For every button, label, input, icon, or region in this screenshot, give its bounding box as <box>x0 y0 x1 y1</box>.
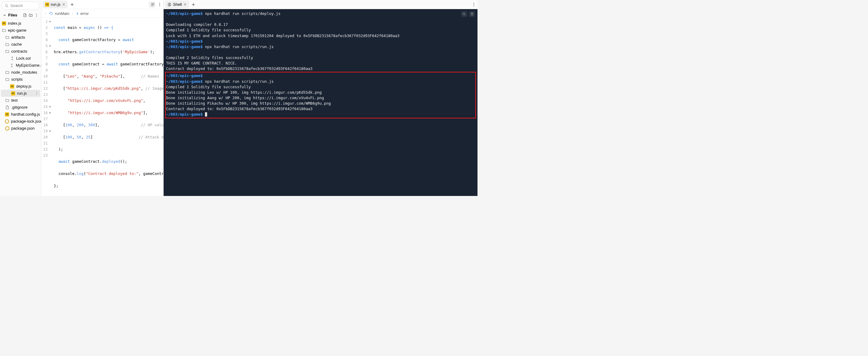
terminal-tab-bar: Shell <box>164 0 477 9</box>
tree-item-label: deploy.js <box>16 84 31 89</box>
folder-icon <box>5 35 9 39</box>
file-icon <box>5 105 9 110</box>
svg-point-21 <box>159 5 160 6</box>
tree-item-run-js[interactable]: JSrun.js <box>1 90 40 97</box>
json-icon <box>5 126 9 130</box>
tree-item-label: hardhat.config.js <box>11 112 40 117</box>
tree-item-package-lock-json[interactable]: package-lock.json <box>0 118 41 125</box>
svg-point-7 <box>36 14 37 15</box>
tree-item-package-json[interactable]: package.json <box>0 125 41 132</box>
editor-tab-runjs[interactable]: JS run.js <box>42 1 68 8</box>
tree-item-artifacts[interactable]: artifacts <box>0 34 41 41</box>
tree-item-deploy-js[interactable]: JSdeploy.js <box>0 83 41 90</box>
folder-icon <box>5 70 9 75</box>
tree-item-label: index.js <box>8 21 21 26</box>
terminal-tab-shell[interactable]: Shell <box>165 1 189 8</box>
breadcrumb-var: error <box>80 11 89 16</box>
terminal-highlight: ~/003/epic-game$ ~/003/epic-game$ npx ha… <box>165 72 476 118</box>
tree-item-label: contracts <box>11 49 27 54</box>
svg-line-30 <box>465 14 465 15</box>
word-wrap-button[interactable] <box>149 2 155 8</box>
wrap-icon <box>151 2 155 7</box>
new-folder-icon[interactable] <box>29 13 33 17</box>
tree-item-label: .gitignore <box>11 105 27 110</box>
cursor <box>205 112 207 117</box>
editor-panel: JS run.js runMain 𝑥 error 1▼2345▼6789101… <box>41 0 164 196</box>
folder-icon <box>5 49 9 54</box>
js-icon: JS <box>2 21 6 26</box>
fold-icon[interactable]: ▼ <box>49 111 51 115</box>
fold-icon[interactable]: ▼ <box>49 105 51 109</box>
json-icon <box>5 119 9 123</box>
svg-point-8 <box>36 16 37 17</box>
close-icon[interactable] <box>62 3 65 6</box>
svg-point-11 <box>36 94 37 95</box>
tab-label: run.js <box>51 2 61 7</box>
shell-icon <box>167 2 172 7</box>
svg-line-1 <box>7 6 8 7</box>
new-tab-icon[interactable] <box>70 2 74 7</box>
tree-item-label: run.js <box>17 91 27 95</box>
tree-item-node_modules[interactable]: node_modules <box>0 69 41 76</box>
breadcrumb-fn: runMain <box>55 11 69 16</box>
tree-item-Lock-sol[interactable]: Lock.sol <box>0 55 41 62</box>
variable-icon: 𝑥 <box>76 11 78 16</box>
fold-icon[interactable]: ▼ <box>49 129 51 133</box>
chevron-right-icon <box>71 11 74 16</box>
fold-icon[interactable]: ▼ <box>49 20 51 24</box>
svg-point-29 <box>463 13 465 15</box>
search-input[interactable]: Search <box>2 2 39 10</box>
chevron-down-icon <box>2 13 7 17</box>
solidity-icon <box>10 56 14 61</box>
tree-item-label: package.json <box>11 126 35 130</box>
tree-item-label: cache <box>11 42 22 47</box>
tree-item-MyEpicGame-sol[interactable]: MyEpicGame.sol <box>0 62 41 69</box>
tree-item-cache[interactable]: cache <box>0 41 41 48</box>
new-tab-icon[interactable] <box>191 2 195 7</box>
breadcrumb[interactable]: runMain 𝑥 error <box>41 9 163 18</box>
file-tree: JSindex.jsepic-gameartifactscachecontrac… <box>0 19 41 132</box>
folder-icon <box>5 42 9 47</box>
tree-item-label: node_modules <box>11 70 37 75</box>
terminal-actions <box>461 11 475 17</box>
fold-icon[interactable]: ▼ <box>49 44 51 48</box>
folder-icon <box>2 28 6 33</box>
tree-item-index-js[interactable]: JSindex.js <box>0 20 41 27</box>
chevron-right-icon <box>44 11 47 16</box>
files-header[interactable]: Files <box>0 11 41 19</box>
svg-point-27 <box>473 4 474 5</box>
terminal-output[interactable]: ~/003/epic-game$ npx hardhat run scripts… <box>164 9 477 196</box>
js-icon: JS <box>5 112 9 117</box>
tree-item-test[interactable]: test <box>0 97 41 104</box>
sidebar: Search Files JSindex.jsepic-gameartifact… <box>0 0 41 196</box>
svg-point-20 <box>159 4 160 5</box>
code-content: const main = async () => { const gameCon… <box>50 18 163 196</box>
more-icon[interactable] <box>157 2 162 7</box>
js-icon: JS <box>11 91 15 95</box>
more-icon[interactable] <box>471 2 476 7</box>
clear-terminal-button[interactable] <box>469 11 475 17</box>
folder-icon <box>5 77 9 82</box>
search-placeholder: Search <box>10 3 23 8</box>
more-icon[interactable] <box>34 13 39 17</box>
editor-tab-bar: JS run.js <box>41 0 163 9</box>
tab-label: Shell <box>173 2 182 7</box>
tree-item-contracts[interactable]: contracts <box>0 48 41 55</box>
function-icon <box>49 11 53 16</box>
tree-item-hardhat-config-js[interactable]: JShardhat.config.js <box>0 111 41 118</box>
svg-point-9 <box>36 92 37 92</box>
tree-item-scripts[interactable]: scripts <box>0 76 41 83</box>
svg-point-28 <box>473 5 474 6</box>
more-icon[interactable] <box>35 91 39 95</box>
tree-item-label: epic-game <box>8 28 27 33</box>
tree-item-epic-game[interactable]: epic-game <box>0 27 41 34</box>
close-icon[interactable] <box>183 3 187 6</box>
files-label: Files <box>8 13 17 17</box>
tree-item--gitignore[interactable]: .gitignore <box>0 104 41 111</box>
folder-icon <box>5 98 9 102</box>
search-terminal-button[interactable] <box>461 11 467 17</box>
svg-point-10 <box>36 93 37 94</box>
code-editor[interactable]: 1▼2345▼6789101112131415▼16▼171819▼202122… <box>41 18 163 196</box>
new-file-icon[interactable] <box>23 13 27 17</box>
search-icon <box>5 4 8 8</box>
